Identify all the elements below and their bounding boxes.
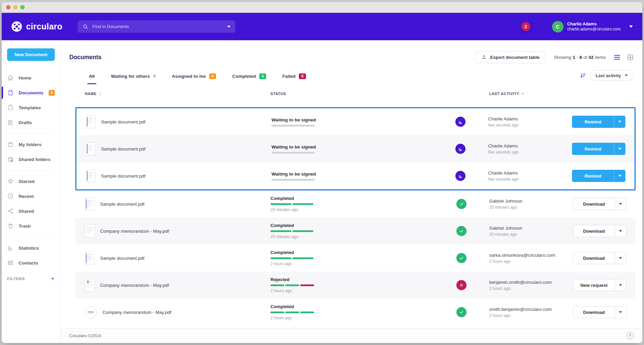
user-menu[interactable]: C Charlie Adams charlie.adams@circularo.… xyxy=(552,21,633,32)
add-filter-button[interactable]: + xyxy=(51,276,55,282)
sidebar-item-drafts[interactable]: Drafts xyxy=(7,115,55,130)
new-document-button[interactable]: New Document xyxy=(7,48,55,61)
table-row[interactable]: Sample document.pdfCompleted20 minutes a… xyxy=(75,190,636,217)
document-thumbnail xyxy=(85,279,95,292)
status-label: Completed xyxy=(270,223,391,228)
sidebar-item-home[interactable]: Home xyxy=(7,70,55,85)
tab-waiting-for-others[interactable]: Waiting for others4 xyxy=(111,73,156,85)
thumbnail-line xyxy=(87,254,93,255)
tab-label: Failed xyxy=(282,74,295,79)
action-cell: Download xyxy=(573,252,633,264)
action-dropdown-toggle[interactable] xyxy=(614,143,625,155)
action-dropdown-toggle[interactable] xyxy=(615,306,626,318)
macos-titlebar xyxy=(2,2,642,13)
sort-by-dropdown[interactable]: Last activity xyxy=(590,70,634,81)
sidebar-item-my-folders[interactable]: My folders xyxy=(7,137,55,152)
zoom-window-button[interactable] xyxy=(20,5,25,9)
action-dropdown-toggle[interactable] xyxy=(614,170,625,182)
table-row[interactable]: Sample document.pdfCompleted2 hours agos… xyxy=(75,245,636,272)
sidebar-item-trash[interactable]: Trash xyxy=(7,218,55,233)
sidebar-item-contacts[interactable]: Contacts xyxy=(7,255,55,270)
tab-failed[interactable]: Failed0 xyxy=(282,73,306,85)
actor-name: sarka.simunkova@circularo.com xyxy=(489,253,573,258)
sidebar-item-templates[interactable]: Templates xyxy=(7,100,55,115)
thumbnail-line xyxy=(88,150,91,151)
action-dropdown-toggle[interactable] xyxy=(615,225,626,237)
action-dropdown-toggle[interactable] xyxy=(614,116,625,128)
app-header: circularo 2 C Charlie Adams charlie.adam… xyxy=(2,13,642,40)
sidebar-item-badge: 5 xyxy=(49,90,55,96)
thumbnail-line xyxy=(87,231,93,231)
sidebar-item-starred[interactable]: Starred xyxy=(7,174,55,189)
sidebar-item-label: My folders xyxy=(19,142,42,147)
sidebar-item-shared[interactable]: Shared xyxy=(7,204,55,218)
folder-shared-icon xyxy=(7,156,14,163)
sidebar-item-statistics[interactable]: Statistics xyxy=(7,240,55,255)
export-document-table-button[interactable]: Export document table xyxy=(475,51,546,63)
tab-count: 5 xyxy=(259,73,266,79)
action-dropdown-toggle[interactable] xyxy=(615,252,626,264)
sidebar-nav: HomeDocuments5TemplatesDraftsMy foldersS… xyxy=(2,70,60,270)
action-dropdown-toggle[interactable] xyxy=(615,198,626,210)
tab-completed[interactable]: Completed5 xyxy=(232,73,266,85)
sidebar-item-label: Drafts xyxy=(19,120,32,125)
download-button[interactable]: Download xyxy=(573,306,615,318)
tab-assigned-to-me[interactable]: Assigned to me0 xyxy=(172,73,216,85)
remind-button[interactable]: Remind xyxy=(572,143,614,155)
column-header-status[interactable]: STATUS xyxy=(270,92,391,96)
action-cell: Download xyxy=(573,198,633,210)
state-cell xyxy=(451,280,472,290)
activity-time: few seconds ago xyxy=(488,123,572,128)
signature-icon xyxy=(455,117,466,127)
table-row[interactable]: Sample document.pdfWaiting to be signedC… xyxy=(76,162,635,189)
progress-segment-gray xyxy=(271,179,315,181)
actor-name: Gabriel Johnson xyxy=(489,199,573,204)
last-activity-cell: Gabriel Johnson20 minutes ago xyxy=(472,199,573,210)
document-name: Sample document.pdf xyxy=(101,146,145,152)
thumbnail-line xyxy=(88,118,94,119)
progress-bar xyxy=(270,230,391,232)
column-header-name[interactable]: NAME xyxy=(75,92,270,96)
status-cell: Completed20 minutes ago xyxy=(270,196,391,212)
minimize-window-button[interactable] xyxy=(13,5,18,9)
action-cell: Remind xyxy=(572,116,631,128)
sidebar-item-recent[interactable]: Recent xyxy=(7,189,55,204)
state-cell xyxy=(450,144,471,154)
document-thumbnail xyxy=(85,198,95,210)
table-row[interactable]: Company memorandum - May.pdfCompleted20 … xyxy=(75,217,636,245)
document-icon xyxy=(7,89,14,96)
close-window-button[interactable] xyxy=(6,5,10,9)
thumbnail-line xyxy=(88,177,91,178)
notification-badge[interactable]: 2 xyxy=(521,22,530,31)
state-cell xyxy=(451,307,472,317)
grid-view-toggle-icon[interactable] xyxy=(627,54,634,60)
document-name: Sample document.pdf xyxy=(101,119,145,124)
sidebar-item-shared-folders[interactable]: Shared folders xyxy=(7,152,55,167)
activity-time: 20 minutes ago xyxy=(489,205,573,210)
remind-button[interactable]: Remind xyxy=(572,116,614,128)
new-request-button[interactable]: New request xyxy=(573,279,615,291)
action-split-button: Remind xyxy=(572,143,625,155)
remind-button[interactable]: Remind xyxy=(572,170,614,182)
list-view-toggle-icon[interactable] xyxy=(614,54,620,60)
document-name: Sample document.pdf xyxy=(101,174,145,179)
help-icon[interactable]: ? xyxy=(626,332,634,339)
search-scope-chevron-icon[interactable] xyxy=(227,26,231,28)
download-button[interactable]: Download xyxy=(573,225,615,237)
sidebar: New Document HomeDocuments5TemplatesDraf… xyxy=(2,40,61,343)
table-row[interactable]: Sample document.pdfWaiting to be signedC… xyxy=(76,135,635,162)
table-row[interactable]: Company memorandum - May.pdfRejected2 ho… xyxy=(75,272,636,299)
tab-all[interactable]: All xyxy=(89,73,95,85)
search-input[interactable] xyxy=(92,24,223,29)
brand[interactable]: circularo xyxy=(11,21,62,32)
sidebar-item-label: Trash xyxy=(19,224,31,229)
download-button[interactable]: Download xyxy=(573,252,615,264)
table-row[interactable]: PDFCompany memorandum - May.pdfCompleted… xyxy=(75,299,636,326)
table-row[interactable]: Sample document.pdfWaiting to be signedC… xyxy=(76,108,635,135)
sidebar-item-documents[interactable]: Documents5 xyxy=(7,85,55,100)
column-header-last-activity[interactable]: LAST ACTIVITY xyxy=(472,92,573,96)
download-button[interactable]: Download xyxy=(573,198,615,210)
action-dropdown-toggle[interactable] xyxy=(615,279,626,291)
sort-direction-icon[interactable] xyxy=(580,72,586,78)
progress-segment-green xyxy=(292,203,313,205)
